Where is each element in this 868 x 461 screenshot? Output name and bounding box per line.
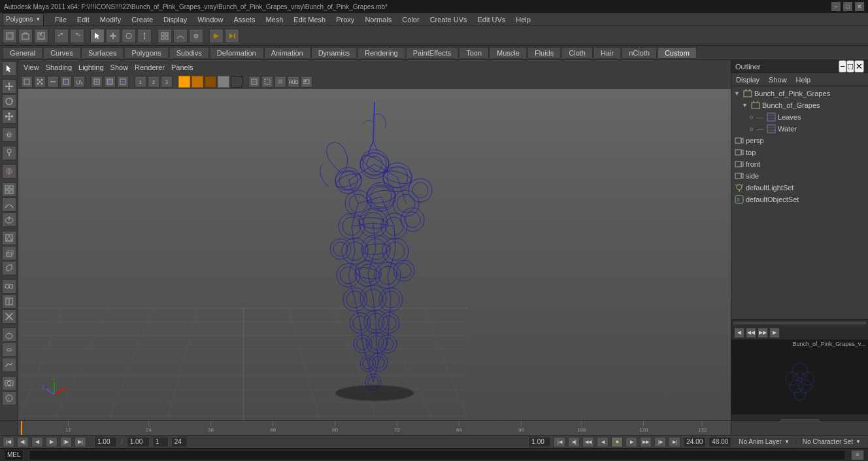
shaded-wire-btn[interactable] bbox=[117, 76, 129, 88]
redo-button[interactable] bbox=[70, 29, 84, 43]
outliner-help-menu[interactable]: Help bbox=[794, 76, 813, 84]
outliner-item-bunch-pink-grapes[interactable]: ▼ Bunch_of_Pink_Grapes bbox=[731, 88, 868, 99]
maximize-button[interactable]: □ bbox=[843, 2, 852, 11]
lighting-menu[interactable]: Lighting bbox=[76, 63, 107, 71]
timeline-ruler[interactable]: 11224364860728496108120132 bbox=[18, 421, 731, 435]
menu-item-window[interactable]: Window bbox=[195, 16, 225, 24]
menu-item-file[interactable]: File bbox=[53, 16, 69, 24]
frame-all-btn[interactable] bbox=[248, 76, 260, 88]
uvmap-mode-btn[interactable]: UV bbox=[73, 76, 85, 88]
playback-stop[interactable]: ■ bbox=[611, 437, 623, 447]
outliner-minimize-button[interactable]: − bbox=[839, 60, 846, 73]
frame-stepper-field[interactable] bbox=[152, 437, 169, 447]
select-tool-button[interactable] bbox=[90, 29, 105, 43]
snap-point-button[interactable] bbox=[189, 29, 203, 43]
bevel-button[interactable] bbox=[2, 261, 16, 275]
tab-painteffects[interactable]: PaintEffects bbox=[406, 47, 459, 58]
scale-tool-button[interactable] bbox=[137, 29, 152, 43]
open-scene-button[interactable] bbox=[18, 29, 33, 43]
tab-general[interactable]: General bbox=[3, 47, 42, 58]
close-button[interactable]: ✕ bbox=[855, 2, 864, 11]
outliner-content[interactable]: ▼ Bunch_of_Pink_Grapes ▼ Bunch_of_Grapes… bbox=[731, 86, 868, 319]
color-gold-btn[interactable] bbox=[178, 76, 190, 88]
light-all-btn[interactable]: 3 bbox=[161, 76, 173, 88]
edge-mode-btn[interactable] bbox=[47, 76, 59, 88]
save-scene-button[interactable] bbox=[34, 29, 48, 43]
light-none-btn[interactable]: 1 bbox=[135, 76, 146, 88]
menu-item-normals[interactable]: Normals bbox=[363, 16, 393, 24]
playback-step-back[interactable]: ◀| bbox=[568, 437, 580, 447]
image-plane-btn[interactable] bbox=[301, 76, 312, 88]
color-dark-gray-btn[interactable] bbox=[231, 76, 242, 88]
split-poly-button[interactable] bbox=[2, 294, 16, 309]
wireframe-btn[interactable] bbox=[91, 76, 103, 88]
show-manipulator-button[interactable] bbox=[2, 164, 16, 179]
sculpt-button[interactable] bbox=[2, 328, 16, 342]
light-default-btn[interactable]: 2 bbox=[148, 76, 159, 88]
character-set-selector[interactable]: No Character Set ▼ bbox=[798, 437, 865, 447]
tab-muscle[interactable]: Muscle bbox=[490, 47, 527, 58]
vertex-mode-btn[interactable] bbox=[34, 76, 46, 88]
tab-deformation[interactable]: Deformation bbox=[210, 47, 263, 58]
script-editor-button[interactable]: ≡ bbox=[851, 450, 864, 460]
outliner-close-button[interactable]: ✕ bbox=[854, 60, 864, 73]
merge-button[interactable] bbox=[2, 279, 16, 294]
outliner-item-water[interactable]: o — Water bbox=[731, 123, 868, 135]
outliner-show-menu[interactable]: Show bbox=[767, 76, 789, 84]
tab-hair[interactable]: Hair bbox=[593, 47, 621, 58]
tab-dynamics[interactable]: Dynamics bbox=[311, 47, 357, 58]
shading-menu[interactable]: Shading bbox=[43, 63, 75, 71]
playback-play-fwd[interactable]: ▶ bbox=[626, 437, 637, 447]
anim-layer-selector[interactable]: No Anim Layer ▼ bbox=[734, 437, 794, 447]
smooth-button[interactable] bbox=[2, 358, 16, 372]
hud-toggle-btn[interactable]: HUD bbox=[288, 76, 299, 88]
create-poly-button[interactable] bbox=[2, 231, 16, 245]
menu-item-proxy[interactable]: Proxy bbox=[334, 16, 356, 24]
playback-step-fwd[interactable]: |▶ bbox=[654, 437, 666, 447]
tab-cloth[interactable]: Cloth bbox=[561, 47, 593, 58]
play-forward-button[interactable]: ▶ bbox=[46, 437, 58, 447]
tab-fluids[interactable]: Fluids bbox=[527, 47, 561, 58]
tab-curves[interactable]: Curves bbox=[43, 47, 80, 58]
playback-go-end[interactable]: ▶| bbox=[669, 437, 680, 447]
translate-tool-button[interactable] bbox=[106, 29, 120, 43]
outliner-maximize-button[interactable]: □ bbox=[846, 60, 854, 73]
tab-custom[interactable]: Custom bbox=[658, 47, 697, 58]
mode-selector[interactable]: Polygons ▼ bbox=[3, 13, 44, 26]
playback-fwd[interactable]: ▶▶ bbox=[640, 437, 652, 447]
select-mode-button[interactable] bbox=[2, 61, 16, 76]
cam-thumb-btn-4[interactable]: ▶ bbox=[769, 328, 780, 338]
tab-ncloth[interactable]: nCloth bbox=[622, 47, 657, 58]
cam-thumb-btn-3[interactable]: ▶▶ bbox=[758, 328, 768, 338]
playback-play-back[interactable]: ◀ bbox=[597, 437, 609, 447]
view-menu[interactable]: View bbox=[21, 63, 42, 71]
menu-item-edit[interactable]: Edit bbox=[75, 16, 92, 24]
rotate-tool-button[interactable] bbox=[122, 29, 136, 43]
panels-menu[interactable]: Panels bbox=[169, 63, 196, 71]
range-end-field[interactable] bbox=[171, 437, 188, 447]
outliner-item-default-light-set[interactable]: defaultLightSet bbox=[731, 182, 868, 194]
outliner-item-default-object-set[interactable]: S defaultObjectSet bbox=[731, 194, 868, 205]
render-button[interactable] bbox=[209, 29, 224, 43]
tab-animation[interactable]: Animation bbox=[264, 47, 310, 58]
menu-item-help[interactable]: Help bbox=[514, 16, 533, 24]
tab-toon[interactable]: Toon bbox=[459, 47, 489, 58]
feedback-button[interactable]: i bbox=[2, 391, 16, 405]
tab-subdivs[interactable]: Subdivs bbox=[169, 47, 209, 58]
outliner-item-side[interactable]: side bbox=[731, 170, 868, 182]
cut-faces-button[interactable] bbox=[2, 309, 16, 324]
current-frame-field[interactable] bbox=[94, 437, 117, 447]
tab-surfaces[interactable]: Surfaces bbox=[81, 47, 124, 58]
menu-item-edit-uvs[interactable]: Edit UVs bbox=[475, 16, 507, 24]
extrude-button[interactable] bbox=[2, 246, 16, 260]
outliner-item-top[interactable]: top bbox=[731, 146, 868, 158]
tab-rendering[interactable]: Rendering bbox=[358, 47, 405, 58]
move-tool-left-button[interactable] bbox=[2, 79, 16, 94]
outliner-display-menu[interactable]: Display bbox=[734, 76, 761, 84]
snap-curve-button[interactable] bbox=[173, 29, 188, 43]
new-scene-button[interactable] bbox=[3, 29, 17, 43]
go-to-end-button[interactable]: ▶| bbox=[75, 437, 86, 447]
snap-curve-left-button[interactable] bbox=[2, 197, 16, 212]
viewport[interactable]: View Shading Lighting Show Renderer Pane… bbox=[18, 60, 731, 420]
outliner-item-bunch-grapes[interactable]: ▼ Bunch_of_Grapes bbox=[731, 99, 868, 111]
